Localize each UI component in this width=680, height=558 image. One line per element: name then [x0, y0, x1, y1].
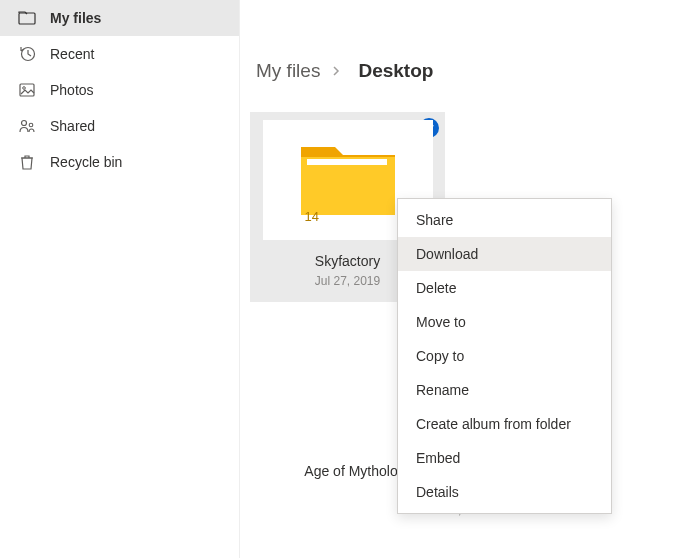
breadcrumb: My files Desktop [256, 60, 680, 82]
context-item-share[interactable]: Share [398, 203, 611, 237]
sidebar-item-recyclebin[interactable]: Recycle bin [0, 144, 239, 180]
svg-rect-6 [307, 159, 387, 165]
sidebar-item-label: Photos [50, 82, 94, 98]
svg-point-3 [23, 87, 26, 90]
context-item-copyto[interactable]: Copy to [398, 339, 611, 373]
sidebar-item-photos[interactable]: Photos [0, 72, 239, 108]
sidebar-item-myfiles[interactable]: My files [0, 0, 239, 36]
sidebar-item-shared[interactable]: Shared [0, 108, 239, 144]
folder-icon [18, 9, 36, 27]
context-item-delete[interactable]: Delete [398, 271, 611, 305]
sidebar-item-label: My files [50, 10, 101, 26]
recyclebin-icon [18, 153, 36, 171]
svg-rect-2 [20, 84, 34, 96]
context-menu: Share Download Delete Move to Copy to Re… [397, 198, 612, 514]
svg-rect-0 [19, 13, 35, 24]
chevron-right-icon [330, 60, 342, 82]
svg-point-5 [29, 123, 33, 127]
context-item-createalbum[interactable]: Create album from folder [398, 407, 611, 441]
recent-icon [18, 45, 36, 63]
context-item-rename[interactable]: Rename [398, 373, 611, 407]
shared-icon [18, 117, 36, 135]
svg-point-4 [22, 121, 27, 126]
sidebar-item-label: Recent [50, 46, 94, 62]
context-item-moveto[interactable]: Move to [398, 305, 611, 339]
sidebar-item-label: Shared [50, 118, 95, 134]
photos-icon [18, 81, 36, 99]
sidebar-item-label: Recycle bin [50, 154, 122, 170]
folder-item-count: 14 [305, 209, 319, 224]
main-content: My files Desktop 14 Skyfactory Jul 27, 2… [240, 0, 680, 558]
sidebar-item-recent[interactable]: Recent [0, 36, 239, 72]
context-item-details[interactable]: Details [398, 475, 611, 509]
context-item-embed[interactable]: Embed [398, 441, 611, 475]
context-item-download[interactable]: Download [398, 237, 611, 271]
breadcrumb-root[interactable]: My files [256, 60, 320, 82]
sidebar: My files Recent Photos Shared Recycle bi… [0, 0, 240, 558]
breadcrumb-current: Desktop [358, 60, 433, 82]
